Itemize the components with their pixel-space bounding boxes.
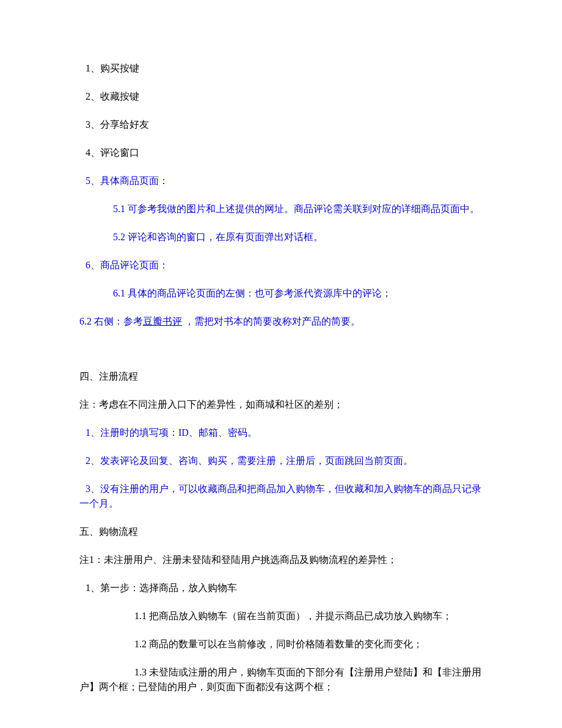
item-5: 5、具体商品页面： <box>79 174 483 188</box>
item-5-1: 5.1 可参考我做的图片和上述提供的网址。商品评论需关联到对应的详细商品页面中。 <box>79 202 483 216</box>
item-6-2-pre: 6.2 右侧：参考 <box>79 316 143 326</box>
douban-review-link[interactable]: 豆瓣书评 <box>143 316 182 326</box>
section-5-item-1-2: 1.2 商品的数量可以在当前修改，同时价格随着数量的变化而变化； <box>79 637 483 652</box>
section-4-item-2: 2、发表评论及回复、咨询、购买，需要注册，注册后，页面跳回当前页面。 <box>79 454 483 468</box>
item-6-2: 6.2 右侧：参考豆瓣书评 ，需把对书本的简要改称对产品的简要。 <box>79 314 483 329</box>
section-5-item-1-1: 1.1 把商品放入购物车（留在当前页面），并提示商品已成功放入购物车； <box>79 609 483 623</box>
section-4-heading: 四、注册流程 <box>79 369 483 384</box>
section-5-note: 注1：未注册用户、注册未登陆和登陆用户挑选商品及购物流程的差异性； <box>79 553 483 567</box>
item-2: 2、收藏按键 <box>79 89 483 104</box>
item-6: 6、商品评论页面： <box>79 258 483 273</box>
item-6-1: 6.1 具体的商品评论页面的左侧：也可参考派代资源库中的评论； <box>79 286 483 301</box>
item-4: 4、评论窗口 <box>79 145 483 160</box>
item-6-2-post: ，需把对书本的简要改称对产品的简要。 <box>182 316 360 326</box>
section-5-item-1: 1、第一步：选择商品，放入购物车 <box>79 581 483 595</box>
section-4-item-3: 3、没有注册的用户，可以收藏商品和把商品加入购物车，但收藏和加入购物车的商品只记… <box>79 482 483 511</box>
section-4-item-1: 1、注册时的填写项：ID、邮箱、密码。 <box>79 425 483 440</box>
section-4-note: 注：考虑在不同注册入口下的差异性，如商城和社区的差别； <box>79 397 483 412</box>
section-5-heading: 五、购物流程 <box>79 524 483 539</box>
item-3: 3、分享给好友 <box>79 117 483 132</box>
item-1: 1、购买按键 <box>79 61 483 76</box>
item-5-2: 5.2 评论和咨询的窗口，在原有页面弹出对话框。 <box>79 230 483 245</box>
section-5-item-1-3: 1.3 未登陆或注册的用户，购物车页面的下部分有【注册用户登陆】和【非注册用户】… <box>79 665 483 694</box>
